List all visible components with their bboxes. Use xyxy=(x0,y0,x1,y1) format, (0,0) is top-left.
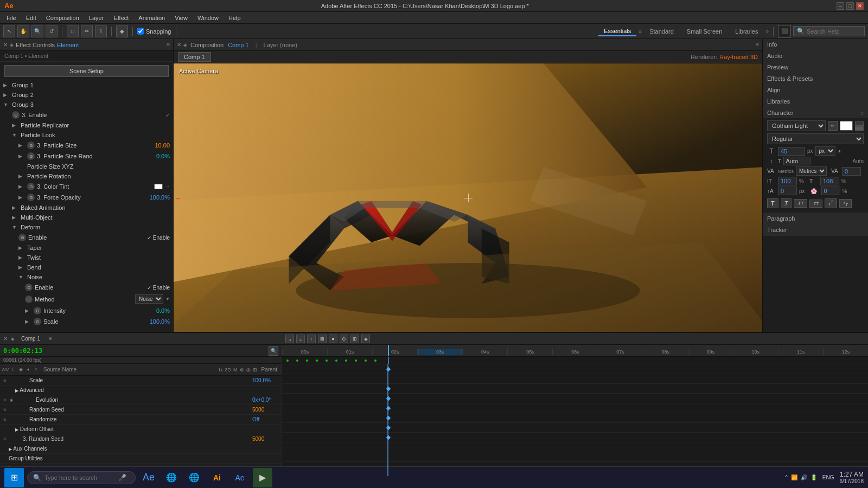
bend[interactable]: ▶ Bend xyxy=(0,262,173,272)
menu-animation[interactable]: Animation xyxy=(134,14,169,22)
systray-chevron[interactable]: ^ xyxy=(785,474,788,480)
allcaps-button[interactable]: TT xyxy=(794,199,807,208)
systray-volume[interactable]: 🔊 xyxy=(801,474,807,480)
taskbar-green-icon[interactable]: ▶ xyxy=(253,468,272,487)
sub-button[interactable]: TT xyxy=(839,199,852,208)
tl-snap-icon[interactable]: ⊞ xyxy=(350,335,359,343)
group3-item[interactable]: ▼ Group 3 xyxy=(0,100,173,110)
particle-size-value[interactable]: 10.00 xyxy=(155,142,170,149)
font-size-input[interactable] xyxy=(778,147,805,156)
tool-puppet[interactable]: ◆ xyxy=(116,25,128,37)
tool-arrow[interactable]: ↖ xyxy=(3,25,15,37)
menu-layer[interactable]: Layer xyxy=(85,14,108,22)
noise-method-select[interactable]: Noise xyxy=(135,294,163,304)
smallcaps-button[interactable]: TT xyxy=(809,200,822,208)
comp-menu-icon[interactable]: ≡ xyxy=(756,42,759,48)
menu-composition[interactable]: Composition xyxy=(42,14,84,22)
particle-look[interactable]: ▼ Particle Look xyxy=(0,130,173,140)
tl-in-point-icon[interactable]: ⌟ xyxy=(285,335,294,343)
info-header[interactable]: Info xyxy=(763,39,868,50)
baked-animation[interactable]: ▶ Baked Animation xyxy=(0,203,173,213)
tool-pen[interactable]: ✏ xyxy=(81,25,93,37)
taskbar-ae-icon[interactable]: Ae xyxy=(139,468,158,487)
close-button[interactable]: ✕ xyxy=(856,2,864,10)
ws-chevron[interactable]: » xyxy=(765,28,769,34)
maximize-button[interactable]: □ xyxy=(846,2,854,10)
comp-tab[interactable]: Comp 1 xyxy=(178,52,211,62)
size-stepper-up[interactable]: ▲ xyxy=(838,149,842,153)
tl-out-point-icon[interactable]: ⌞ xyxy=(296,335,305,343)
comp-panel-close[interactable]: ✕ xyxy=(177,42,181,48)
tl-timecode[interactable]: 0:00:02:13 xyxy=(3,347,42,355)
noise[interactable]: ▼ Noise xyxy=(0,272,173,282)
size-unit-select[interactable]: px xyxy=(815,146,835,156)
character-menu-icon[interactable]: ≡ xyxy=(860,110,864,116)
taskbar-chrome-icon[interactable]: 🌐 xyxy=(162,468,181,487)
panel-close-icon[interactable]: ✕ xyxy=(3,42,8,48)
particle-rotation[interactable]: ▶ Particle Rotation xyxy=(0,171,173,181)
style-select[interactable]: Regular xyxy=(767,133,864,144)
tl-overlay-icon[interactable]: ⊙ xyxy=(340,335,348,343)
taskbar-mic-icon[interactable]: 🎤 xyxy=(118,474,126,481)
color-picker-icon[interactable]: ⬛ xyxy=(778,25,791,38)
tool-hand[interactable]: ✋ xyxy=(17,25,29,37)
tracker-header[interactable]: Tracker xyxy=(763,224,868,235)
particle-size-rand-value[interactable]: 0.0% xyxy=(156,153,170,159)
font-select[interactable]: Gotham Light xyxy=(767,120,826,131)
character-header[interactable]: Character ≡ xyxy=(763,107,868,118)
force-opacity-value[interactable]: 100.0% xyxy=(150,194,170,201)
libraries-header[interactable]: Libraries xyxy=(763,96,868,107)
tl-3-random-seed-value[interactable]: 5000 xyxy=(252,436,279,442)
audio-header[interactable]: Audio xyxy=(763,50,868,61)
panel-menu-icon[interactable]: ≡ xyxy=(167,42,170,48)
italic-button[interactable]: T xyxy=(781,198,792,208)
menu-file[interactable]: File xyxy=(2,14,21,22)
noise-intensity-value[interactable]: 0.0% xyxy=(156,307,170,314)
super-button[interactable]: TT xyxy=(825,198,837,208)
tl-close-icon[interactable]: ✕ xyxy=(3,336,8,342)
tl-menu-icon[interactable]: ≡ xyxy=(49,336,52,342)
horiz-scale-input[interactable] xyxy=(820,177,839,185)
deform[interactable]: ▼ Deform xyxy=(0,222,173,232)
start-button[interactable]: ⊞ xyxy=(4,468,24,487)
menu-effect[interactable]: Effect xyxy=(109,14,133,22)
comp-viewport[interactable]: Active Camera ⊞ 50%100%25% ⊡ ▣ 0:00:02:1… xyxy=(174,63,762,332)
tsukuri-input[interactable] xyxy=(821,187,840,195)
font-color-swatch[interactable] xyxy=(840,121,853,131)
tl-randomize-value[interactable]: Off xyxy=(252,416,279,422)
tracking-input[interactable] xyxy=(842,167,861,176)
ws-libraries[interactable]: Libraries xyxy=(730,27,763,36)
menu-help[interactable]: Help xyxy=(224,14,245,22)
effects-presets-header[interactable]: Effects & Presets xyxy=(763,73,868,84)
tl-kf-assistant-icon[interactable]: ◈ xyxy=(361,335,370,343)
minimize-button[interactable]: ─ xyxy=(837,2,844,10)
color-tint-swatch[interactable] xyxy=(154,184,163,189)
noise-scale-value[interactable]: 100.0% xyxy=(150,318,170,325)
ws-small-screen[interactable]: Small Screen xyxy=(681,27,727,36)
scene-setup-button[interactable]: Scene Setup xyxy=(4,65,169,77)
paragraph-header[interactable]: Paragraph xyxy=(763,213,868,224)
taskbar-ai-icon[interactable]: Ai xyxy=(207,468,227,487)
align-header[interactable]: Align xyxy=(763,85,868,95)
color-pick-2[interactable] xyxy=(855,126,864,131)
taskbar-search-input[interactable] xyxy=(44,474,115,481)
menu-edit[interactable]: Edit xyxy=(22,14,41,22)
tool-text[interactable]: T xyxy=(95,25,107,37)
group2-item[interactable]: ▶ Group 2 xyxy=(0,90,173,100)
search-input[interactable] xyxy=(807,28,861,35)
menu-view[interactable]: View xyxy=(170,14,192,22)
tl-layer-deform-offset[interactable]: ▶ Deform Offset xyxy=(0,425,282,434)
ws-essentials[interactable]: Essentials xyxy=(598,27,636,36)
ws-standard[interactable]: Standard xyxy=(644,27,679,36)
taskbar-ae2-icon[interactable]: Ae xyxy=(230,468,250,487)
taper[interactable]: ▶ Taper xyxy=(0,243,173,253)
tl-lift-icon[interactable]: ↑ xyxy=(307,335,316,343)
ws-menu-icon[interactable]: ≡ xyxy=(639,28,642,34)
baseline-input[interactable] xyxy=(778,187,797,195)
font-edit-icon[interactable]: ✏ xyxy=(828,121,838,131)
multi-object[interactable]: ▶ Multi-Object xyxy=(0,213,173,222)
tl-tab[interactable]: Comp 1 xyxy=(18,335,43,343)
taskbar-chrome2-icon[interactable]: 🌐 xyxy=(184,468,204,487)
leading-input[interactable] xyxy=(783,157,810,165)
tl-search-icon[interactable]: 🔍 xyxy=(269,346,278,356)
